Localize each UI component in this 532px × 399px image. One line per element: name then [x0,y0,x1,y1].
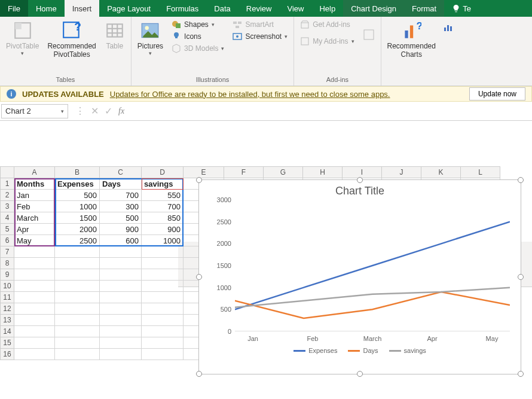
cell[interactable] [14,246,55,258]
row-header[interactable]: 6 [0,235,14,246]
my-addins-button[interactable]: My Add-ins▾ [299,36,355,47]
chart-legend[interactable]: ExpensesDayssavings [199,347,521,354]
column-header[interactable]: B [55,166,100,178]
row-header[interactable]: 5 [0,224,14,235]
cell[interactable] [55,246,100,258]
cell[interactable]: 550 [142,190,184,201]
cell[interactable]: 500 [100,212,142,224]
cell[interactable]: Jan [14,190,55,201]
row-header[interactable]: 14 [0,326,14,337]
resize-handle[interactable] [196,371,202,377]
row-header[interactable]: 9 [0,269,14,281]
column-header[interactable]: F [224,166,264,178]
chart-plot-area[interactable]: 050010001500200025003000 [235,200,510,331]
update-now-button[interactable]: Update now [469,87,525,100]
resize-handle[interactable] [357,177,363,183]
cell[interactable] [55,258,100,269]
cell[interactable]: 600 [100,235,142,246]
cell[interactable] [14,269,55,281]
column-header[interactable]: D [142,166,184,178]
cell[interactable] [142,246,184,258]
cell[interactable] [142,269,184,281]
column-header[interactable]: G [264,166,303,178]
cell[interactable] [14,326,55,337]
cell[interactable] [100,315,142,326]
tab-chart-design[interactable]: Chart Design [343,0,404,17]
column-header[interactable]: H [303,166,343,178]
cell[interactable]: Expenses [55,178,100,190]
row-header[interactable]: 11 [0,292,14,303]
shapes-button[interactable]: Shapes▾ [170,19,225,30]
legend-item[interactable]: Expenses [293,347,337,354]
select-all-corner[interactable] [0,166,14,178]
pivot-table-button[interactable]: PivotTable ▾ [5,19,40,58]
chart-series-line[interactable] [235,222,510,310]
row-header[interactable]: 16 [0,349,14,360]
icons-button[interactable]: Icons [170,31,225,42]
tab-data[interactable]: Data [206,0,238,17]
cell[interactable]: Apr [14,224,55,235]
cell[interactable]: 1000 [142,235,184,246]
cell[interactable]: 700 [142,201,184,212]
row-header[interactable]: 7 [0,246,14,258]
row-header[interactable]: 15 [0,337,14,349]
table-button[interactable]: Table [103,19,126,51]
cell[interactable] [100,349,142,360]
tab-view[interactable]: View [279,0,311,17]
row-header[interactable]: 13 [0,315,14,326]
3d-models-button[interactable]: 3D Models▾ [170,43,225,54]
cell[interactable] [14,337,55,349]
cell[interactable] [142,292,184,303]
resize-handle[interactable] [518,177,524,183]
resize-handle[interactable] [196,177,202,183]
pictures-button[interactable]: Pictures ▾ [136,19,164,58]
cell[interactable] [14,292,55,303]
cell[interactable]: 1000 [55,201,100,212]
smartart-button[interactable]: SmartArt [231,19,289,30]
recommended-pivot-button[interactable]: ? Recommended PivotTables [46,19,97,60]
recommended-charts-button[interactable]: ? Recommended Charts [386,19,437,60]
cell[interactable]: Days [100,178,142,190]
cell[interactable]: Months [14,178,55,190]
tab-format[interactable]: Format [404,0,444,17]
row-header[interactable]: 10 [0,281,14,292]
cell[interactable]: 900 [142,224,184,235]
cell[interactable] [14,258,55,269]
resize-handle[interactable] [518,274,524,280]
column-header[interactable]: E [184,166,224,178]
column-header[interactable]: A [14,166,55,178]
cell[interactable]: 500 [55,190,100,201]
column-header[interactable]: I [343,166,382,178]
cell[interactable] [55,281,100,292]
cell[interactable]: May [14,235,55,246]
cell[interactable]: 1500 [55,212,100,224]
row-header[interactable]: 4 [0,212,14,224]
cell[interactable] [55,292,100,303]
cell[interactable] [100,303,142,315]
cell[interactable] [55,337,100,349]
cell[interactable]: March [14,212,55,224]
cell[interactable]: savings [142,178,184,190]
resize-handle[interactable] [518,371,524,377]
formula-input[interactable] [130,104,532,118]
embedded-chart[interactable]: Chart Title 050010001500200025003000 Jan… [198,179,521,374]
cell[interactable] [14,349,55,360]
cell[interactable] [14,315,55,326]
row-header[interactable]: 12 [0,303,14,315]
cell[interactable] [142,315,184,326]
column-header[interactable]: K [421,166,461,178]
enter-icon[interactable]: ✓ [105,105,112,117]
updates-message[interactable]: Updates for Office are ready to be insta… [110,90,463,99]
cell[interactable]: 850 [142,212,184,224]
tab-formulas[interactable]: Formulas [158,0,206,17]
cell[interactable]: 700 [100,190,142,201]
column-header[interactable]: J [382,166,421,178]
screenshot-button[interactable]: Screenshot▾ [231,31,289,42]
resize-handle[interactable] [196,274,202,280]
resize-handle[interactable] [357,371,363,377]
legend-item[interactable]: savings [389,347,426,354]
cell[interactable] [100,246,142,258]
chevron-down-icon[interactable]: ▾ [61,108,64,114]
row-header[interactable]: 2 [0,190,14,201]
cell[interactable] [142,349,184,360]
